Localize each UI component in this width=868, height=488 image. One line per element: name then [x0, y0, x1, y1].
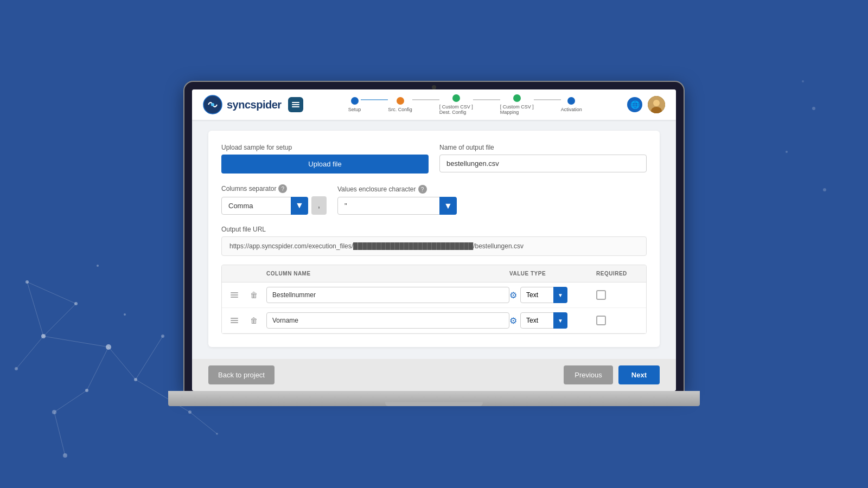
step-dot-setup — [351, 97, 359, 105]
content-card: Upload sample for setup Upload file Name… — [208, 131, 660, 347]
values-enc-help-icon[interactable]: ? — [418, 185, 427, 194]
header-right: 🌐 — [627, 96, 665, 113]
next-button[interactable]: Next — [618, 365, 660, 384]
step-setup: Setup — [348, 97, 361, 112]
logo-badge[interactable] — [288, 97, 303, 112]
svg-point-5 — [52, 410, 56, 414]
step-label-activation: Activation — [561, 107, 582, 112]
svg-point-0 — [41, 334, 46, 338]
svg-point-7 — [161, 335, 164, 338]
step-label-setup: Setup — [348, 107, 361, 112]
svg-line-18 — [87, 347, 108, 390]
values-enc-select[interactable]: " — [337, 197, 457, 215]
globe-icon[interactable]: 🌐 — [627, 97, 642, 112]
svg-point-2 — [74, 302, 78, 305]
type-select-2[interactable]: Text Number Date — [520, 312, 567, 329]
values-enc-group: Values enclosure character ? " ▼ — [337, 185, 457, 215]
columns-sep-select[interactable]: Comma — [221, 197, 308, 215]
required-checkbox-2[interactable] — [596, 316, 606, 325]
app-footer: Back to project Previous Next — [192, 359, 676, 391]
svg-line-21 — [136, 336, 163, 380]
svg-line-19 — [108, 347, 136, 380]
type-select-1[interactable]: Text Number Date — [520, 287, 567, 303]
upload-button[interactable]: Upload file — [221, 155, 429, 174]
step-label-dest: [ Custom CSV ]Dest. Config — [439, 104, 473, 115]
svg-point-10 — [15, 367, 18, 370]
table-row: 🗑 ⚙ Text Number Date — [222, 282, 646, 308]
svg-point-6 — [134, 378, 137, 381]
output-name-input[interactable] — [439, 155, 647, 172]
laptop-trackpad — [385, 402, 483, 406]
svg-line-23 — [16, 336, 43, 369]
svg-line-17 — [27, 282, 76, 304]
logo-icon — [203, 95, 222, 114]
app-screen: syncspider — [192, 89, 676, 391]
app-main: Upload sample for setup Upload file Name… — [192, 120, 676, 359]
svg-point-4 — [85, 389, 88, 392]
svg-line-25 — [190, 412, 217, 434]
empty-col-1 — [228, 271, 250, 277]
app-container: syncspider — [192, 89, 676, 391]
step-activation: Activation — [561, 97, 582, 112]
output-url-group: Output file URL — [221, 226, 647, 256]
columns-sep-select-wrapper: Comma ▼ — [221, 197, 308, 215]
svg-line-14 — [27, 282, 43, 336]
gear-icon-1[interactable]: ⚙ — [509, 290, 517, 300]
form-row-1: Upload sample for setup Upload file Name… — [221, 144, 647, 174]
data-table: COLUMN NAME VALUE TYPE REQUIRED — [221, 265, 647, 334]
step-label-mapping: [ Custom CSV ]Mapping — [500, 104, 534, 115]
step-label-src: Src. Config — [388, 107, 412, 112]
step-line-4 — [534, 99, 561, 100]
delete-icon-1[interactable]: 🗑 — [250, 291, 266, 299]
row-controls-2: ⚙ Text Number Date ▼ — [509, 312, 596, 329]
logo-text: syncspider — [227, 99, 282, 111]
delete-icon-2[interactable]: 🗑 — [250, 316, 266, 325]
laptop-base — [168, 391, 700, 406]
avatar[interactable] — [648, 96, 665, 113]
logo-area: syncspider — [203, 95, 303, 114]
upload-group: Upload sample for setup Upload file — [221, 144, 429, 174]
comma-badge: , — [311, 196, 327, 215]
svg-rect-32 — [292, 102, 299, 103]
svg-point-31 — [211, 103, 214, 106]
step-mapping: [ Custom CSV ]Mapping — [500, 94, 534, 115]
footer-right: Previous Next — [564, 365, 660, 384]
column-name-header: COLUMN NAME — [266, 271, 509, 277]
step-dot-src — [397, 97, 404, 105]
type-select-wrapper-2: Text Number Date ▼ — [520, 312, 567, 329]
laptop-screen: syncspider — [184, 82, 684, 391]
drag-handle-1[interactable] — [228, 290, 250, 300]
svg-point-28 — [823, 188, 826, 191]
step-line-3 — [473, 99, 500, 100]
row-name-input-2[interactable] — [266, 312, 509, 329]
values-enc-label: Values enclosure character — [337, 185, 416, 193]
required-checkbox-1[interactable] — [596, 290, 606, 300]
drag-handle-2[interactable] — [228, 316, 250, 325]
app-header: syncspider — [192, 89, 676, 120]
type-select-wrapper-1: Text Number Date ▼ — [520, 287, 567, 303]
svg-point-9 — [97, 265, 99, 267]
columns-sep-help-icon[interactable]: ? — [278, 184, 287, 193]
separator-row: Columns separator ? Comma ▼ — [221, 184, 647, 215]
svg-line-15 — [43, 304, 76, 336]
table-header: COLUMN NAME VALUE TYPE REQUIRED — [222, 265, 646, 282]
svg-line-16 — [43, 336, 108, 347]
output-name-group: Name of output file — [439, 144, 647, 174]
output-url-label: Output file URL — [221, 226, 647, 233]
previous-button[interactable]: Previous — [564, 365, 613, 384]
step-dot-activation — [567, 97, 575, 105]
svg-line-24 — [54, 412, 65, 455]
columns-sep-group: Columns separator ? Comma ▼ — [221, 184, 327, 215]
step-dest-config: [ Custom CSV ]Dest. Config — [439, 94, 473, 115]
output-name-label: Name of output file — [439, 144, 647, 151]
back-to-project-button[interactable]: Back to project — [208, 365, 275, 384]
values-enc-select-wrapper: " ▼ — [337, 197, 457, 215]
gear-icon-2[interactable]: ⚙ — [509, 316, 517, 326]
svg-point-36 — [653, 100, 660, 106]
svg-point-26 — [812, 107, 815, 110]
empty-col-2 — [250, 271, 266, 277]
value-type-header: VALUE TYPE — [509, 271, 596, 277]
row-name-input-1[interactable] — [266, 287, 509, 303]
svg-point-12 — [216, 433, 218, 435]
output-url-input[interactable] — [221, 236, 647, 256]
